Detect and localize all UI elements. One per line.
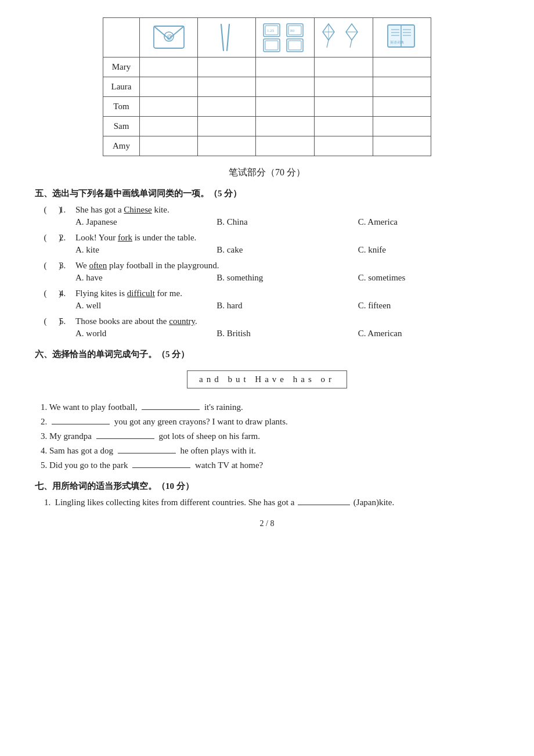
option-item: C. sometimes	[358, 273, 499, 283]
option-item: A. world	[75, 329, 217, 339]
word-bank-container: and but Have has or	[35, 366, 499, 397]
question-block: ( )4.Flying kites is difficult for me.A.…	[35, 289, 499, 311]
question-row: ( )2.Look! Your fork is under the table.	[41, 233, 499, 243]
q-text: We often play football in the playground…	[75, 261, 499, 271]
header-email-icon: @	[140, 18, 198, 57]
table-cell	[198, 97, 256, 117]
table-cell	[373, 136, 431, 156]
svg-line-3	[221, 24, 223, 51]
fill-question: 4. Sam has got a dog he often plays with…	[35, 446, 499, 456]
options-row: A. haveB. somethingC. sometimes	[41, 273, 499, 283]
fill-blank	[142, 409, 200, 410]
question-row: ( )4.Flying kites is difficult for me.	[41, 289, 499, 298]
table-cell	[373, 97, 431, 117]
table-cell	[140, 136, 198, 156]
table-cell	[140, 117, 198, 136]
svg-text:1.25: 1.25	[267, 28, 275, 33]
options-row: A. JapaneseB. ChinaC. America	[41, 217, 499, 227]
fill-blank	[96, 438, 154, 439]
table-cell	[198, 117, 256, 136]
table-cell	[315, 117, 373, 136]
svg-line-19	[350, 40, 352, 48]
table-row-name: Sam	[103, 117, 140, 136]
section-6: 六、选择恰当的单词完成句子。（5 分） and but Have has or …	[35, 349, 499, 470]
table-row-name: Laura	[103, 77, 140, 97]
table-cell	[256, 136, 315, 156]
option-item: C. America	[358, 217, 499, 227]
paren: (	[41, 316, 50, 326]
table-cell	[315, 136, 373, 156]
option-item: A. Japanese	[75, 217, 217, 227]
table-cell	[315, 97, 373, 117]
q-text: Flying kites is difficult for me.	[75, 289, 499, 298]
fill-blank	[132, 467, 190, 468]
table-cell	[198, 57, 256, 77]
fill-question: 5. Did you go to the park watch TV at ho…	[35, 460, 499, 470]
options-row: A. kiteB. cakeC. knife	[41, 245, 499, 255]
word-bank-box: and but Have has or	[187, 370, 347, 388]
header-chopsticks-icon	[198, 18, 256, 57]
paren-space: )	[50, 289, 59, 298]
paren: (	[41, 233, 50, 243]
header-kites-icon	[315, 18, 373, 57]
question-block: ( )1.She has got a Chinese kite.A. Japan…	[35, 205, 499, 227]
paren-space: )	[50, 316, 59, 326]
q-text: Those books are about the country.	[75, 316, 499, 326]
fill-question: 3. My grandpa got lots of sheep on his f…	[35, 431, 499, 441]
q-num: 3.	[59, 261, 73, 271]
options-row: A. worldB. BritishC. American	[41, 329, 499, 339]
table-cell	[373, 117, 431, 136]
q-num: 1.	[59, 205, 73, 215]
svg-line-16	[327, 40, 329, 48]
table-cell	[256, 57, 315, 77]
section-7: 七、用所给词的适当形式填空。（10 分） 1. Lingling likes c…	[35, 481, 499, 507]
paren-space: )	[50, 261, 59, 271]
header-book-icon: 英语词典	[373, 18, 431, 57]
option-item: B. something	[217, 273, 358, 283]
header-empty	[103, 18, 140, 57]
table-cell	[373, 57, 431, 77]
option-item: B. cake	[217, 245, 358, 255]
q-text: Look! Your fork is under the table.	[75, 233, 499, 243]
table-cell	[256, 97, 315, 117]
q-num: 5.	[59, 316, 73, 326]
question-row: ( )1.She has got a Chinese kite.	[41, 205, 499, 215]
question-block: ( )2.Look! Your fork is under the table.…	[35, 233, 499, 255]
svg-text:80: 80	[290, 28, 295, 33]
paren-space: )	[50, 205, 59, 215]
question-row: ( )5.Those books are about the country.	[41, 316, 499, 326]
option-item: C. American	[358, 329, 499, 339]
option-item: A. well	[75, 301, 217, 311]
section-5-questions: ( )1.She has got a Chinese kite.A. Japan…	[35, 205, 499, 339]
question-block: ( )3.We often play football in the playg…	[35, 261, 499, 283]
table-cell	[315, 77, 373, 97]
question-row: ( )3.We often play football in the playg…	[41, 261, 499, 271]
q-text: She has got a Chinese kite.	[75, 205, 499, 215]
header-stamps-icon: 1.25 80	[256, 18, 315, 57]
section-6-title: 六、选择恰当的单词完成句子。（5 分）	[35, 349, 499, 360]
table-cell	[140, 57, 198, 77]
table-cell	[256, 117, 315, 136]
option-item: B. China	[217, 217, 358, 227]
paren-space: )	[50, 233, 59, 243]
option-item: A. kite	[75, 245, 217, 255]
table-cell	[373, 77, 431, 97]
svg-text:@: @	[167, 34, 172, 40]
table-row-name: Amy	[103, 136, 140, 156]
table-cell	[315, 57, 373, 77]
option-item: C. fifteen	[358, 301, 499, 311]
table-cell	[140, 97, 198, 117]
page-number: 2 / 8	[35, 519, 499, 528]
svg-line-4	[227, 24, 229, 51]
section-5-title: 五、选出与下列各题中画线单词同类的一项。（5 分）	[35, 188, 499, 199]
option-item: A. have	[75, 273, 217, 283]
picture-table: @ 1.25	[103, 17, 432, 156]
table-row-name: Mary	[103, 57, 140, 77]
blank-japan	[298, 505, 350, 505]
fill-question: 1. We want to play football, it's rainin…	[35, 402, 499, 412]
table-cell	[140, 77, 198, 97]
section-6-questions: 1. We want to play football, it's rainin…	[35, 402, 499, 470]
written-header: 笔试部分（70 分）	[35, 167, 499, 179]
q-num: 4.	[59, 289, 73, 298]
option-item: B. hard	[217, 301, 358, 311]
